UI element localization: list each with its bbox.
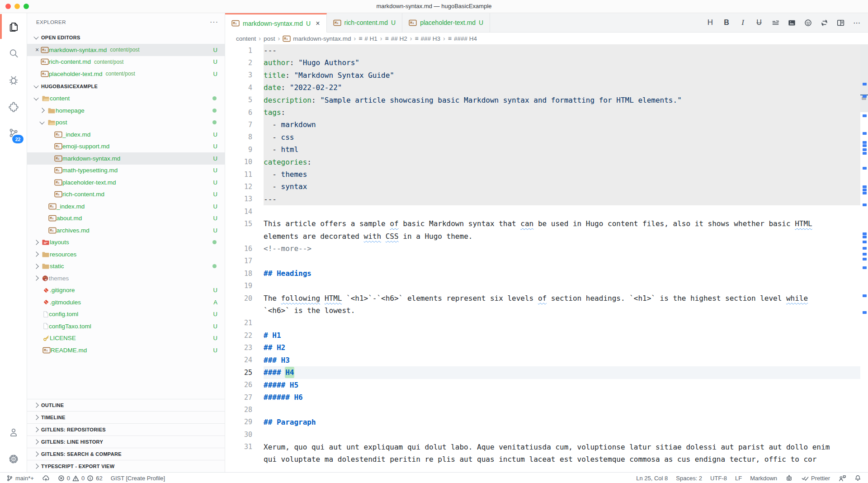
more-actions-icon[interactable]: ⋯	[852, 18, 862, 28]
breadcrumb-item[interactable]: ≡## H2	[385, 35, 407, 42]
emoji-icon[interactable]	[803, 18, 813, 28]
tab-rich-content-md[interactable]: M↓rich-content.mdU	[327, 13, 403, 32]
gist-profile-button[interactable]: GIST [Create Profile]	[111, 475, 165, 482]
sidebar-panel-gitlens-repositories[interactable]: GITLENS: REPOSITORIES	[27, 423, 225, 436]
line-content[interactable]: - markdown	[264, 118, 860, 131]
code-line[interactable]: 14	[225, 205, 860, 218]
tree-item-config-toml[interactable]: config.tomlU	[27, 308, 225, 321]
breadcrumb-item[interactable]: content	[236, 35, 256, 42]
activity-bar-item-explorer[interactable]	[0, 13, 27, 40]
breadcrumb-item[interactable]: post	[264, 35, 275, 42]
bold-icon[interactable]: B	[722, 18, 731, 28]
workspace-root-header[interactable]: HUGOBASICEXAMPLE	[27, 80, 225, 93]
sync-changes-button[interactable]	[42, 474, 50, 482]
code-line[interactable]: 16<!--more-->	[225, 242, 860, 255]
sidebar-panel-gitlens-line-history[interactable]: GITLENS: LINE HISTORY	[27, 436, 225, 448]
tree-item--index-md[interactable]: M↓_index.mdU	[27, 200, 225, 213]
code-line[interactable]: 25#### H4	[225, 366, 860, 379]
tree-item-math-typesetting-md[interactable]: M↓math-typesetting.mdU	[27, 165, 225, 177]
activity-bar-item-search[interactable]	[0, 40, 27, 66]
blockquote-icon[interactable]	[770, 18, 780, 28]
tree-item--gitmodules[interactable]: .gitmodulesA	[27, 296, 225, 308]
feedback-button[interactable]	[838, 474, 846, 482]
activity-bar-item-source-control[interactable]: 22	[0, 120, 27, 147]
tree-item-about-md[interactable]: M↓about.mdU	[27, 213, 225, 225]
tree-item-readme-md[interactable]: M↓README.mdU	[27, 344, 225, 356]
end-of-line[interactable]: LF	[735, 475, 742, 482]
breadcrumb-item[interactable]: ≡# H1	[359, 35, 377, 42]
close-icon[interactable]: ×	[316, 19, 320, 28]
line-content[interactable]: # H1	[264, 329, 860, 341]
tree-item-layouts[interactable]: layouts	[27, 237, 225, 249]
code-line[interactable]: `<h6>` is the lowest.	[225, 304, 860, 317]
code-line[interactable]: 24### H3	[225, 354, 860, 366]
sidebar-panel-outline[interactable]: OUTLINE	[27, 399, 225, 411]
open-editors-section-header[interactable]: OPEN EDITORS	[27, 31, 225, 44]
code-line[interactable]: 1---	[225, 44, 860, 57]
code-line[interactable]: 13---	[225, 193, 860, 205]
code-line[interactable]: 18## Headings	[225, 267, 860, 279]
line-content[interactable]: ## H2	[264, 341, 860, 354]
breadcrumb-item[interactable]: ≡#### H4	[448, 35, 477, 42]
robot-button[interactable]	[785, 474, 793, 482]
line-content[interactable]	[264, 403, 860, 416]
code-line[interactable]: 19	[225, 279, 860, 292]
sidebar-panel-typescript-export-view[interactable]: TYPESCRIPT - EXPORT VIEW	[27, 460, 225, 472]
italic-icon[interactable]: I	[738, 18, 748, 28]
line-content[interactable]	[264, 428, 860, 440]
code-line[interactable]: 7 - markdown	[225, 118, 860, 131]
tree-item-archives-md[interactable]: M↓archives.mdU	[27, 224, 225, 237]
code-line[interactable]: 12 - syntax	[225, 180, 860, 193]
breadcrumb-item[interactable]: ≡### H3	[415, 35, 440, 42]
code-area[interactable]: 1---2author: "Hugo Authors"3title: "Mark…	[225, 44, 868, 472]
code-line[interactable]: 4date: "2022-02-22"	[225, 81, 860, 94]
code-line[interactable]: 11 - themes	[225, 168, 860, 180]
open-preview-icon[interactable]	[835, 18, 845, 28]
code-line[interactable]: 22# H1	[225, 329, 860, 341]
problems-status[interactable]: 0062	[58, 475, 103, 482]
indentation[interactable]: Spaces: 2	[676, 475, 702, 482]
line-content[interactable]: ---	[264, 193, 860, 205]
tree-item-rich-content-md[interactable]: M↓rich-content.mdU	[27, 189, 225, 201]
code-line[interactable]: qui voluptate ma dolestendit peritin re …	[225, 453, 860, 465]
line-content[interactable]: ## Paragraph	[264, 416, 860, 428]
tab-placeholder-text-md[interactable]: M↓placeholder-text.mdU	[402, 13, 490, 32]
tree-item-placeholder-text-md[interactable]: M↓placeholder-text.mdU	[27, 176, 225, 189]
branch-status[interactable]: main*+	[6, 475, 34, 482]
line-content[interactable]: ## Headings	[264, 267, 860, 279]
code-line[interactable]: 27###### H6	[225, 391, 860, 403]
line-content[interactable]: description: "Sample article showcasing …	[264, 94, 860, 106]
line-content[interactable]: ##### H5	[264, 379, 860, 391]
tree-item-markdown-syntax-md[interactable]: M↓markdown-syntax.mdU	[27, 152, 225, 165]
code-line[interactable]: 20The following HTML `<h1>`-`<h6>` eleme…	[225, 292, 860, 304]
close-icon[interactable]: ×	[33, 46, 41, 53]
code-line[interactable]: 30	[225, 428, 860, 440]
line-content[interactable]: <!--more-->	[264, 242, 860, 255]
line-content[interactable]: The following HTML `<h1>`-`<h6>` element…	[264, 292, 860, 304]
line-content[interactable]: `<h6>` is the lowest.	[264, 304, 860, 317]
line-content[interactable]: - css	[264, 131, 860, 143]
strikethrough-icon[interactable]: U	[754, 18, 764, 28]
code-line[interactable]: 3title: "Markdown Syntax Guide"	[225, 69, 860, 81]
line-content[interactable]: This article offers a sample of basic Ma…	[264, 218, 860, 230]
line-content[interactable]	[264, 317, 860, 329]
line-content[interactable]: ### H3	[264, 354, 860, 366]
formatter-status[interactable]: Prettier	[801, 474, 830, 482]
line-content[interactable]: #### H4	[264, 366, 860, 379]
sidebar-panel-timeline[interactable]: TIMELINE	[27, 411, 225, 423]
code-line[interactable]: 8 - css	[225, 131, 860, 143]
tree-item-configtaxo-toml[interactable]: configTaxo.tomlU	[27, 320, 225, 332]
tree-item--index-md[interactable]: M↓_index.mdU	[27, 128, 225, 141]
line-content[interactable]: title: "Markdown Syntax Guide"	[264, 69, 860, 81]
line-content[interactable]: elements are decorated with CSS in a Hug…	[264, 230, 860, 242]
tree-item-resources[interactable]: resources	[27, 248, 225, 260]
code-line[interactable]: 9 - html	[225, 143, 860, 156]
activity-bar-item-accounts[interactable]	[0, 419, 27, 445]
heading-icon[interactable]: H	[705, 18, 715, 28]
open-editor-item[interactable]: ×M↓markdown-syntax.mdcontent/postU	[27, 44, 225, 56]
code-line[interactable]: 26##### H5	[225, 379, 860, 391]
line-content[interactable]: - syntax	[264, 180, 860, 193]
breadcrumb-item[interactable]: M↓markdown-syntax.md	[283, 35, 351, 42]
tree-item-content[interactable]: content	[27, 93, 225, 105]
image-icon[interactable]	[787, 18, 797, 28]
